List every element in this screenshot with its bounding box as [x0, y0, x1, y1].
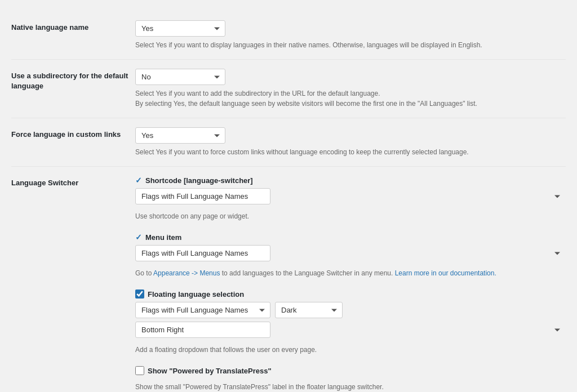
floating-description: Add a floating dropdown that follows the… [135, 345, 566, 355]
subdirectory-select-wrapper: Yes No [135, 69, 225, 85]
language-switcher-row: Language Switcher ✓ Shortcode [language-… [11, 167, 566, 392]
floating-label: Floating language selection [148, 290, 244, 299]
menu-item-label: Menu item [145, 233, 181, 242]
language-switcher-section: ✓ Shortcode [language-switcher] Flags wi… [135, 176, 566, 392]
force-language-row: Force language in custom links Yes No Se… [11, 118, 566, 167]
native-language-select-wrapper: Yes No [135, 20, 225, 37]
subdirectory-description: Select Yes if you want to add the subdir… [135, 88, 566, 109]
floating-position-select[interactable]: Bottom Right Bottom Left Top Right Top L… [135, 322, 270, 338]
menu-item-description: Go to Appearance -> Menus to add languag… [135, 268, 566, 278]
shortcode-header: ✓ Shortcode [language-switcher] [135, 176, 566, 185]
force-language-select[interactable]: Yes No [135, 127, 225, 144]
shortcode-option: ✓ Shortcode [language-switcher] Flags wi… [135, 176, 566, 221]
floating-position-select-wrapper: Bottom Right Bottom Left Top Right Top L… [135, 322, 566, 338]
shortcode-description: Use shortcode on any page or widget. [135, 211, 566, 221]
appearance-menus-link[interactable]: Appearance -> Menus [153, 269, 220, 277]
shortcode-select-wrapper: Flags with Full Language Names Flags Onl… [135, 188, 566, 204]
shortcode-checkmark: ✓ [135, 176, 142, 185]
language-switcher-control: ✓ Shortcode [language-switcher] Flags wi… [135, 176, 566, 392]
force-language-select-wrapper: Yes No [135, 127, 225, 144]
floating-style-select-wrapper: Flags with Full Language Names Flags Onl… [135, 302, 270, 318]
floating-theme-select[interactable]: Dark Light [275, 302, 343, 318]
menu-item-checkmark: ✓ [135, 233, 142, 242]
force-language-label: Force language in custom links [11, 127, 135, 140]
shortcode-style-select[interactable]: Flags with Full Language Names Flags Onl… [135, 188, 270, 204]
floating-option: Floating language selection Flags with F… [135, 289, 566, 355]
menu-item-style-select[interactable]: Flags with Full Language Names Flags Onl… [135, 245, 270, 261]
native-language-description: Select Yes if you want to display langua… [135, 40, 566, 50]
powered-by-label: Show "Powered by TranslatePress" [148, 367, 272, 375]
native-language-row: Native language name Yes No Select Yes i… [11, 11, 566, 60]
learn-more-link[interactable]: Learn more in our documentation. [395, 269, 496, 277]
subdirectory-row: Use a subdirectory for the default langu… [11, 60, 566, 118]
floating-selects-row: Flags with Full Language Names Flags Onl… [135, 302, 566, 318]
menu-item-option: ✓ Menu item Flags with Full Language Nam… [135, 233, 566, 278]
subdirectory-control: Yes No Select Yes if you want to add the… [135, 69, 566, 109]
powered-by-checkbox[interactable] [135, 366, 144, 375]
subdirectory-select[interactable]: Yes No [135, 69, 225, 85]
subdirectory-label: Use a subdirectory for the default langu… [11, 69, 135, 91]
native-language-select[interactable]: Yes No [135, 20, 225, 37]
menu-item-select-wrapper: Flags with Full Language Names Flags Onl… [135, 245, 566, 261]
floating-checkbox-label[interactable]: Floating language selection [135, 289, 566, 299]
powered-by-checkbox-label[interactable]: Show "Powered by TranslatePress" [135, 366, 566, 375]
native-language-control: Yes No Select Yes if you want to display… [135, 20, 566, 50]
floating-style-select[interactable]: Flags with Full Language Names Flags Onl… [135, 302, 270, 318]
language-switcher-label: Language Switcher [11, 176, 135, 188]
force-language-description: Select Yes if you want to force custom l… [135, 147, 566, 157]
menu-item-header: ✓ Menu item [135, 233, 566, 242]
native-language-label: Native language name [11, 20, 135, 33]
floating-theme-select-wrapper: Dark Light [275, 302, 343, 318]
floating-checkbox[interactable] [135, 289, 144, 299]
powered-by-description: Show the small "Powered by TranslatePres… [135, 382, 566, 392]
shortcode-label: Shortcode [language-switcher] [145, 176, 253, 185]
powered-by-option: Show "Powered by TranslatePress" Show th… [135, 366, 566, 392]
force-language-control: Yes No Select Yes if you want to force c… [135, 127, 566, 157]
